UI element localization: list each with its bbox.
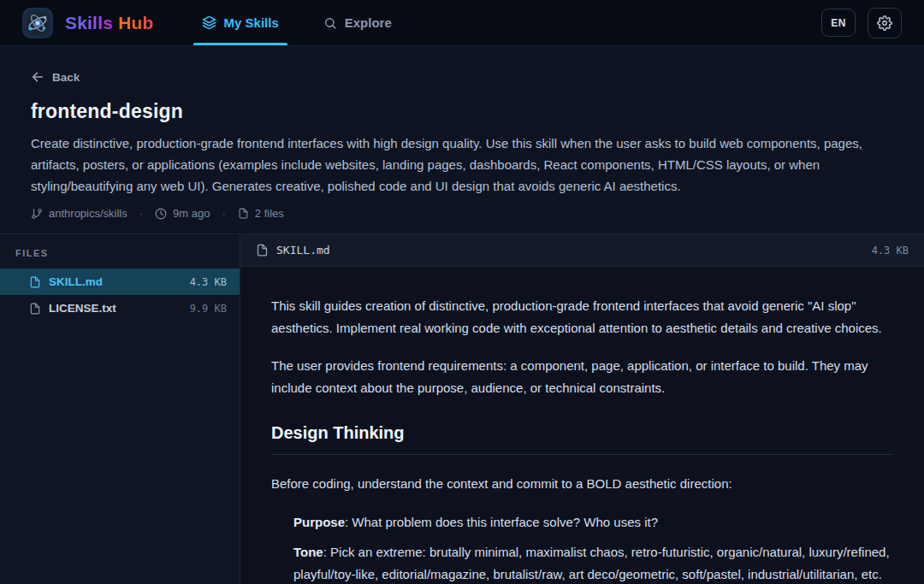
file-name: LICENSE.txt <box>49 302 116 315</box>
page-title: frontend-design <box>31 100 893 123</box>
updated-meta: 9m ago <box>155 207 210 220</box>
app-logo <box>22 8 53 38</box>
file-icon <box>238 208 249 219</box>
search-icon <box>323 16 337 30</box>
list-item: Tone: Pick an extreme: brutally minimal,… <box>293 541 893 584</box>
git-branch-icon <box>31 208 43 220</box>
gear-icon <box>877 15 892 31</box>
tab-label: My Skills <box>224 15 279 30</box>
viewer-filesize: 4.3 KB <box>872 245 909 257</box>
meta-separator: · <box>139 207 143 220</box>
list-term: Purpose <box>293 515 345 529</box>
paragraph: This skill guides creation of distinctiv… <box>271 295 893 339</box>
tab-label: Explore <box>345 15 392 30</box>
top-navbar: Skills Hub My Skills Explore EN <box>0 0 924 46</box>
file-icon <box>256 244 269 257</box>
definition-list: Purpose: What problem does this interfac… <box>293 511 893 584</box>
updated-time: 9m ago <box>173 207 210 220</box>
repo-meta: anthropics/skills <box>31 207 127 220</box>
paragraph: Before coding, understand the context an… <box>271 473 893 495</box>
list-term: Tone <box>293 545 323 559</box>
list-text: : Pick an extreme: brutally minimal, max… <box>293 545 890 584</box>
repo-name: anthropics/skills <box>49 207 127 220</box>
files-sidebar: FILES SKILL.md 4.3 KB LICENSE.txt 9.9 KB <box>0 234 240 584</box>
settings-button[interactable] <box>868 8 902 38</box>
nav-tabs: My Skills Explore <box>197 0 431 45</box>
navbar-actions: EN <box>821 0 902 45</box>
file-viewer: SKILL.md 4.3 KB This skill guides creati… <box>240 234 924 584</box>
file-name: SKILL.md <box>49 275 103 288</box>
viewer-filename: SKILL.md <box>276 244 330 257</box>
skill-header: Back frontend-design Create distinctive,… <box>0 46 924 234</box>
file-row-skill-md[interactable]: SKILL.md 4.3 KB <box>0 268 240 295</box>
file-icon <box>29 303 41 315</box>
arrow-left-icon <box>31 70 44 84</box>
viewer-header: SKILL.md 4.3 KB <box>240 234 924 267</box>
markdown-content[interactable]: This skill guides creation of distinctiv… <box>240 267 924 584</box>
file-icon <box>29 276 41 288</box>
paragraph: The user provides frontend requirements:… <box>271 355 893 398</box>
list-text: : What problem does this interface solve… <box>345 515 658 529</box>
file-size: 9.9 KB <box>190 303 227 315</box>
layers-icon <box>202 15 216 30</box>
tab-explore[interactable]: Explore <box>318 0 397 45</box>
file-count: 2 files <box>255 207 284 220</box>
app-title: Skills Hub <box>65 13 154 33</box>
clock-icon <box>155 208 167 220</box>
section-heading: Design Thinking <box>271 423 893 455</box>
file-browser: FILES SKILL.md 4.3 KB LICENSE.txt 9.9 KB <box>0 234 924 584</box>
skill-description: Create distinctive, production-grade fro… <box>31 133 893 197</box>
back-label: Back <box>52 71 80 84</box>
skill-meta: anthropics/skills · 9m ago · 2 files <box>31 207 893 220</box>
brand[interactable]: Skills Hub <box>22 0 154 45</box>
language-button[interactable]: EN <box>821 9 856 37</box>
list-item: Purpose: What problem does this interfac… <box>293 511 893 534</box>
file-size: 4.3 KB <box>190 276 227 288</box>
file-count-meta: 2 files <box>238 207 284 220</box>
back-button[interactable]: Back <box>31 70 80 84</box>
tab-my-skills[interactable]: My Skills <box>197 0 284 45</box>
atom-icon <box>27 12 49 34</box>
files-heading: FILES <box>0 234 240 268</box>
app-title-skills: Skills <box>65 13 113 32</box>
app-title-hub: Hub <box>118 13 153 32</box>
meta-separator: · <box>222 207 225 220</box>
file-row-license-txt[interactable]: LICENSE.txt 9.9 KB <box>0 295 240 321</box>
